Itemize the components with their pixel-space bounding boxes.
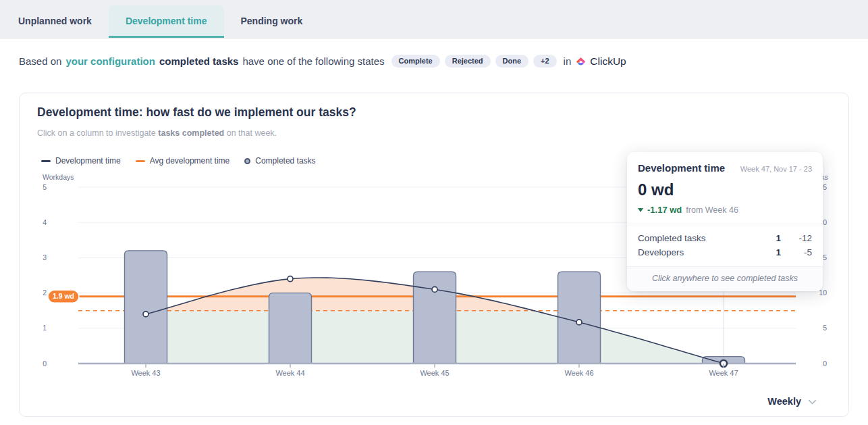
data-point-week-45[interactable] [432, 286, 437, 292]
row-delta: -5 [781, 247, 812, 257]
development-time-card: Development time: how fast do we impleme… [19, 93, 849, 417]
bar-week-45[interactable] [414, 272, 456, 364]
axis-label: 2 [43, 289, 47, 297]
tab-bar: Unplanned workDevelopment timePending wo… [0, 0, 868, 39]
state-badge: +2 [533, 55, 557, 68]
state-badge: Done [495, 55, 529, 68]
tab-pending-work[interactable]: Pending work [224, 5, 320, 38]
period-label: Weekly [767, 396, 801, 407]
tooltip-change: -1.17 wd [647, 205, 682, 215]
tab-development-time[interactable]: Development time [109, 5, 224, 38]
tooltip-title: Development time [638, 162, 725, 174]
bar-week-46[interactable] [558, 272, 601, 364]
row-delta: -12 [781, 233, 812, 243]
axis-label: Week 43 [131, 369, 160, 377]
banner-bold-text: completed tasks [159, 55, 239, 67]
config-banner: Based on your configuration completed ta… [19, 55, 868, 68]
axis-label: 1.9 wd [53, 292, 74, 300]
tooltip-value: 0 wd [627, 174, 823, 199]
clickup-logo-icon [575, 55, 587, 67]
tooltip-row-developers: Developers1-5 [638, 245, 812, 259]
axis-label: Workdays [43, 173, 74, 181]
axis-label: Week 46 [564, 369, 593, 377]
state-badges: CompleteRejectedDone+2 [391, 55, 557, 68]
axis-label: 0 [823, 359, 827, 368]
row-label: Completed tasks [638, 233, 757, 243]
tooltip-change-row: -1.17 wd from Week 46 [627, 199, 823, 224]
row-value: 1 [757, 233, 781, 243]
axis-label: 5 [823, 324, 827, 332]
data-point-week-43[interactable] [143, 311, 148, 317]
tooltip-change-suffix: from Week 46 [686, 205, 738, 215]
axis-label: 0 [43, 359, 47, 368]
axis-label: 4 [43, 218, 47, 226]
chevron-down-icon [807, 397, 817, 407]
bar-week-43[interactable] [125, 251, 167, 364]
chart-tooltip: Development time Week 47, Nov 17 - 23 0 … [627, 152, 823, 291]
banner-rest: have one of the following states [242, 55, 384, 67]
tab-unplanned-work[interactable]: Unplanned work [1, 5, 109, 38]
banner-prefix: Based on [19, 55, 61, 67]
tooltip-footer: Click anywhere to see completed tasks [627, 266, 823, 291]
axis-label: Week 45 [420, 369, 449, 377]
state-badge: Complete [391, 55, 440, 68]
banner-in: in [564, 55, 572, 67]
data-point-week-46[interactable] [576, 320, 582, 325]
axis-label: 3 [43, 253, 47, 261]
decrease-icon [638, 208, 643, 212]
period-selector[interactable]: Weekly [767, 396, 817, 407]
state-badge: Rejected [445, 55, 491, 68]
configuration-link[interactable]: your configuration [65, 55, 155, 67]
tooltip-row-completed-tasks: Completed tasks1-12 [638, 231, 812, 245]
axis-label: 1 [43, 324, 47, 332]
app-name: ClickUp [590, 55, 626, 68]
axis-label: Week 47 [709, 369, 738, 377]
data-point-week-44[interactable] [288, 276, 293, 282]
clickup-app: ClickUp [575, 55, 626, 68]
bar-week-44[interactable] [269, 293, 312, 364]
axis-label: 5 [43, 183, 47, 191]
axis-label: Week 44 [275, 369, 304, 377]
row-label: Developers [638, 247, 757, 257]
tooltip-rows: Completed tasks1-12Developers1-5 [627, 224, 823, 266]
row-value: 1 [757, 247, 781, 257]
tooltip-period: Week 47, Nov 17 - 23 [740, 165, 812, 173]
